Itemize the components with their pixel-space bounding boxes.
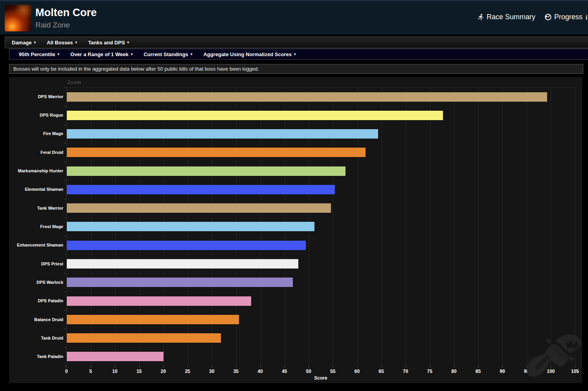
y-tick-mark [64, 347, 66, 348]
dropdown-boss-label: All Bosses [47, 40, 73, 46]
dropdown-role[interactable]: Tanks and DPS ▾ [83, 37, 134, 48]
category-label: Enhancement Shaman [9, 236, 63, 254]
y-tick-mark [64, 199, 66, 199]
bar-frost-mage[interactable] [67, 222, 314, 231]
x-tick-label: 45 [282, 369, 287, 374]
chevron-down-icon: ▾ [127, 41, 129, 44]
x-tick-mark [381, 366, 382, 368]
header-links: Race Summary Progress [478, 13, 582, 21]
x-tick-mark [478, 366, 479, 368]
y-tick-mark [64, 292, 66, 292]
category-label: Marksmanship Hunter [9, 161, 63, 180]
category-label: DPS Warlock [9, 273, 63, 291]
dropdown-percentile[interactable]: 95th Percentile ▾ [13, 49, 65, 59]
chart-row [67, 254, 575, 273]
bar-dps-paladin[interactable] [67, 296, 251, 306]
chevron-down-icon: ▾ [34, 41, 36, 44]
category-label: Elemental Shaman [9, 180, 63, 199]
chart-row [67, 292, 575, 310]
x-tick-mark [285, 366, 285, 368]
x-tick-mark [260, 366, 261, 368]
progress-label: Progress [554, 13, 582, 21]
x-tick-label: 20 [161, 369, 166, 374]
x-tick-mark [91, 366, 91, 368]
x-tick-label: 15 [136, 369, 141, 374]
chart-row [67, 273, 575, 292]
chart-zoom-label[interactable]: Zoom [67, 79, 81, 85]
x-tick-mark [187, 366, 188, 368]
dropdown-role-label: Tanks and DPS [88, 40, 125, 46]
y-tick-mark [64, 254, 66, 255]
dropdown-boss[interactable]: All Bosses ▾ [41, 37, 83, 48]
dropdown-metric-label: Damage [12, 40, 32, 46]
bar-balance-druid[interactable] [67, 315, 239, 324]
x-tick-label: 10 [112, 369, 118, 374]
y-tick-mark [64, 329, 66, 329]
bar-elemental-shaman[interactable] [67, 185, 335, 194]
x-tick-label: 80 [451, 369, 456, 374]
chart-x-axis-title: Score [66, 375, 575, 381]
bar-feral-druid[interactable] [67, 148, 366, 157]
race-summary-label: Race Summary [487, 13, 535, 21]
page-subtitle: Raid Zone [35, 21, 70, 29]
y-tick-mark [64, 88, 66, 88]
progress-link[interactable]: Progress [545, 13, 582, 21]
x-tick-mark [212, 366, 212, 368]
x-tick-label: 90 [500, 369, 505, 374]
x-tick-label: 65 [379, 369, 384, 374]
x-tick-label: 85 [476, 369, 481, 374]
dropdown-aggregate-label: Aggregate Using Normalized Scores [203, 51, 292, 57]
toolbar-primary: Damage ▾ All Bosses ▾ Tanks and DPS ▾ [5, 37, 588, 48]
bar-dps-rogue[interactable] [67, 111, 443, 120]
category-label: DPS Priest [9, 254, 63, 273]
chart-row [67, 329, 575, 347]
bar-enhancement-shaman[interactable] [67, 241, 306, 250]
chart-row [67, 106, 575, 124]
y-tick-mark [64, 143, 66, 144]
bar-dps-priest[interactable] [67, 259, 298, 269]
x-tick-mark [333, 366, 333, 368]
chart-row [67, 125, 575, 143]
category-label: DPS Warrior [9, 87, 63, 106]
x-tick-label: 30 [209, 369, 214, 374]
dropdown-aggregate[interactable]: Aggregate Using Normalized Scores ▾ [198, 49, 301, 59]
bar-fire-mage[interactable] [67, 129, 378, 139]
score-bar-chart: Zoom DPS WarriorDPS RogueFire MageFeral … [9, 77, 582, 383]
bar-dps-warrior[interactable] [67, 92, 547, 102]
category-label: Tank Paladin [9, 347, 63, 366]
x-tick-mark [115, 366, 115, 368]
zone-logo-image [5, 5, 31, 31]
chart-category-labels: DPS WarriorDPS RogueFire MageFeral Druid… [9, 87, 63, 366]
bar-tank-druid[interactable] [67, 333, 221, 343]
page-title: Molten Core [35, 7, 97, 19]
runner-icon [478, 14, 484, 20]
y-tick-mark [64, 125, 66, 125]
bar-marksmanship-hunter[interactable] [67, 166, 345, 176]
truncated-header-icon[interactable]: i [586, 14, 588, 21]
x-tick-mark [454, 366, 454, 368]
x-tick-mark [66, 366, 67, 368]
x-tick-mark [357, 366, 357, 368]
y-tick-mark [64, 310, 66, 311]
x-tick-mark [430, 366, 430, 368]
race-summary-link[interactable]: Race Summary [478, 13, 535, 21]
dropdown-metric[interactable]: Damage ▾ [6, 37, 41, 48]
bar-dps-warlock[interactable] [67, 278, 293, 287]
toolbar-secondary: 95th Percentile ▾ Over a Range of 1 Week… [9, 49, 588, 60]
x-tick-label: 25 [185, 369, 190, 374]
bar-tank-paladin[interactable] [67, 352, 164, 361]
chart-row [67, 88, 575, 106]
category-label: DPS Rogue [9, 106, 63, 124]
chart-row [67, 180, 575, 199]
dropdown-standings[interactable]: Current Standings ▾ [138, 49, 198, 59]
dropdown-range[interactable]: Over a Range of 1 Week ▾ [65, 49, 138, 59]
x-tick-mark [163, 366, 164, 368]
bar-tank-warrior[interactable] [67, 203, 331, 213]
x-tick-mark [502, 366, 503, 368]
notice-text: Bosses will only be included in the aggr… [13, 66, 259, 72]
x-tick-label: 70 [403, 369, 408, 374]
chevron-down-icon: ▾ [131, 53, 133, 56]
chart-plot-area[interactable] [66, 87, 575, 366]
y-tick-mark [64, 236, 66, 236]
x-tick-label: 50 [306, 369, 311, 374]
